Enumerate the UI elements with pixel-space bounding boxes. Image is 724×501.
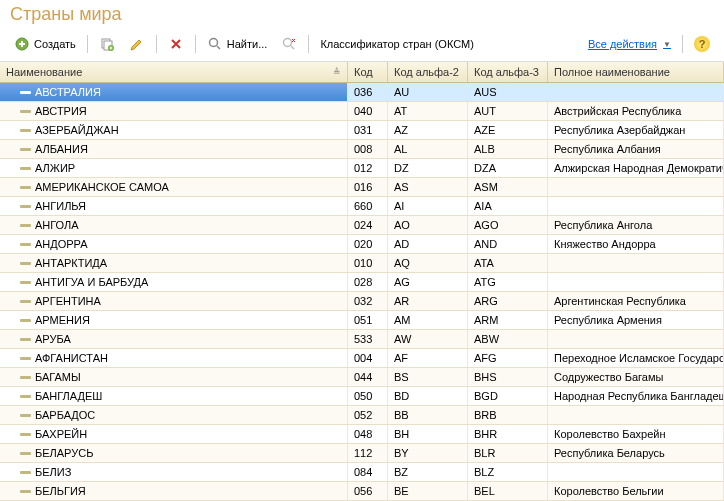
table-row[interactable]: АНГОЛА024AOAGOРеспублика Ангола — [0, 216, 724, 235]
cell-alpha2: AR — [388, 292, 468, 310]
svg-point-4 — [209, 39, 217, 47]
cell-code: 084 — [348, 463, 388, 481]
cell-alpha2: AF — [388, 349, 468, 367]
table-row[interactable]: АВСТРАЛИЯ036AUAUS — [0, 83, 724, 102]
cell-name: АЛБАНИЯ — [0, 140, 348, 158]
col-header-full[interactable]: Полное наименование — [548, 62, 724, 82]
delete-icon — [168, 36, 184, 52]
cell-alpha3: ASM — [468, 178, 548, 196]
help-button[interactable]: ? — [688, 33, 716, 55]
cell-full: Республика Азербайджан — [548, 121, 724, 139]
item-icon — [20, 450, 31, 457]
table-row[interactable]: АВСТРИЯ040ATAUTАвстрийская Республика — [0, 102, 724, 121]
col-header-alpha3[interactable]: Код альфа-3 — [468, 62, 548, 82]
table-row[interactable]: АМЕРИКАНСКОЕ САМОА016ASASM — [0, 178, 724, 197]
svg-rect-23 — [20, 414, 31, 417]
table-row[interactable]: АНДОРРА020ADANDКняжество Андорра — [0, 235, 724, 254]
cell-alpha3: BLR — [468, 444, 548, 462]
cell-code: 020 — [348, 235, 388, 253]
table-row[interactable]: АНТИГУА И БАРБУДА028AGATG — [0, 273, 724, 292]
table-row[interactable]: АНТАРКТИДА010AQATA — [0, 254, 724, 273]
svg-rect-16 — [20, 281, 31, 284]
cell-code: 660 — [348, 197, 388, 215]
classifier-button[interactable]: Классификатор стран (ОКСМ) — [314, 35, 479, 53]
svg-rect-19 — [20, 338, 31, 341]
cell-code: 533 — [348, 330, 388, 348]
table-row[interactable]: БЕЛИЗ084BZBLZ — [0, 463, 724, 482]
col-header-name[interactable]: Наименование≜ — [0, 62, 348, 82]
find-button[interactable]: Найти... — [201, 33, 274, 55]
svg-rect-9 — [20, 148, 31, 151]
col-header-alpha2[interactable]: Код альфа-2 — [388, 62, 468, 82]
table-row[interactable]: АФГАНИСТАН004AFAFGПереходное Исламское Г… — [0, 349, 724, 368]
svg-rect-24 — [20, 433, 31, 436]
copy-button[interactable] — [93, 33, 121, 55]
table-row[interactable]: АЗЕРБАЙДЖАН031AZAZEРеспублика Азербайджа… — [0, 121, 724, 140]
cell-name: АРМЕНИЯ — [0, 311, 348, 329]
cell-code: 008 — [348, 140, 388, 158]
all-actions-button[interactable]: Все действия ▼ — [582, 35, 677, 53]
svg-rect-7 — [20, 110, 31, 113]
table-row[interactable]: АРГЕНТИНА032ARARGАргентинская Республика — [0, 292, 724, 311]
cell-full: Переходное Исламское Государст — [548, 349, 724, 367]
table-row[interactable]: АРУБА533AWABW — [0, 330, 724, 349]
item-icon — [20, 184, 31, 191]
create-label: Создать — [34, 38, 76, 50]
cell-alpha3: ARM — [468, 311, 548, 329]
clear-find-button[interactable] — [275, 33, 303, 55]
table-row[interactable]: АЛБАНИЯ008ALALBРеспублика Албания — [0, 140, 724, 159]
svg-rect-22 — [20, 395, 31, 398]
svg-rect-20 — [20, 357, 31, 360]
cell-code: 016 — [348, 178, 388, 196]
col-header-code[interactable]: Код — [348, 62, 388, 82]
item-icon — [20, 355, 31, 362]
create-button[interactable]: Создать — [8, 33, 82, 55]
cell-full — [548, 330, 724, 348]
cell-alpha2: BB — [388, 406, 468, 424]
cell-full: Республика Армения — [548, 311, 724, 329]
table-row[interactable]: БАРБАДОС052BBBRB — [0, 406, 724, 425]
cell-alpha2: BE — [388, 482, 468, 500]
cell-full: Австрийская Республика — [548, 102, 724, 120]
table-row[interactable]: БЕЛАРУСЬ112BYBLRРеспублика Беларусь — [0, 444, 724, 463]
cell-alpha2: AO — [388, 216, 468, 234]
table-row[interactable]: БАНГЛАДЕШ050BDBGDНародная Республика Бан… — [0, 387, 724, 406]
edit-button[interactable] — [123, 33, 151, 55]
item-icon — [20, 431, 31, 438]
svg-rect-26 — [20, 471, 31, 474]
cell-code: 010 — [348, 254, 388, 272]
svg-rect-12 — [20, 205, 31, 208]
cell-full: Республика Албания — [548, 140, 724, 158]
table-row[interactable]: АЛЖИР012DZDZAАлжирская Народная Демократ… — [0, 159, 724, 178]
cell-full: Народная Республика Бангладеш — [548, 387, 724, 405]
item-icon — [20, 222, 31, 229]
svg-rect-14 — [20, 243, 31, 246]
toolbar-sep — [308, 35, 309, 53]
cell-alpha2: AT — [388, 102, 468, 120]
copy-icon — [99, 36, 115, 52]
item-icon — [20, 203, 31, 210]
table-row[interactable]: БЕЛЬГИЯ056BEBELКоролевство Бельгии — [0, 482, 724, 501]
cell-alpha2: AW — [388, 330, 468, 348]
table-row[interactable]: АНГИЛЬЯ660AIAIA — [0, 197, 724, 216]
svg-point-5 — [284, 39, 292, 47]
cell-name: БЕЛИЗ — [0, 463, 348, 481]
cell-code: 044 — [348, 368, 388, 386]
item-icon — [20, 165, 31, 172]
svg-rect-25 — [20, 452, 31, 455]
table-row[interactable]: БАГАМЫ044BSBHSСодружество Багамы — [0, 368, 724, 387]
search-icon — [207, 36, 223, 52]
clear-search-icon — [281, 36, 297, 52]
toolbar-sep — [682, 35, 683, 53]
cell-code: 028 — [348, 273, 388, 291]
table-row[interactable]: БАХРЕЙН048BHBHRКоролевство Бахрейн — [0, 425, 724, 444]
toolbar: Создать Найти... Классификатор стран (ОК… — [0, 31, 724, 62]
cell-alpha2: AU — [388, 83, 468, 101]
svg-rect-8 — [20, 129, 31, 132]
cell-alpha2: AL — [388, 140, 468, 158]
svg-rect-10 — [20, 167, 31, 170]
cell-name: АНГИЛЬЯ — [0, 197, 348, 215]
delete-button[interactable] — [162, 33, 190, 55]
table-row[interactable]: АРМЕНИЯ051AMARMРеспублика Армения — [0, 311, 724, 330]
cell-alpha2: BD — [388, 387, 468, 405]
